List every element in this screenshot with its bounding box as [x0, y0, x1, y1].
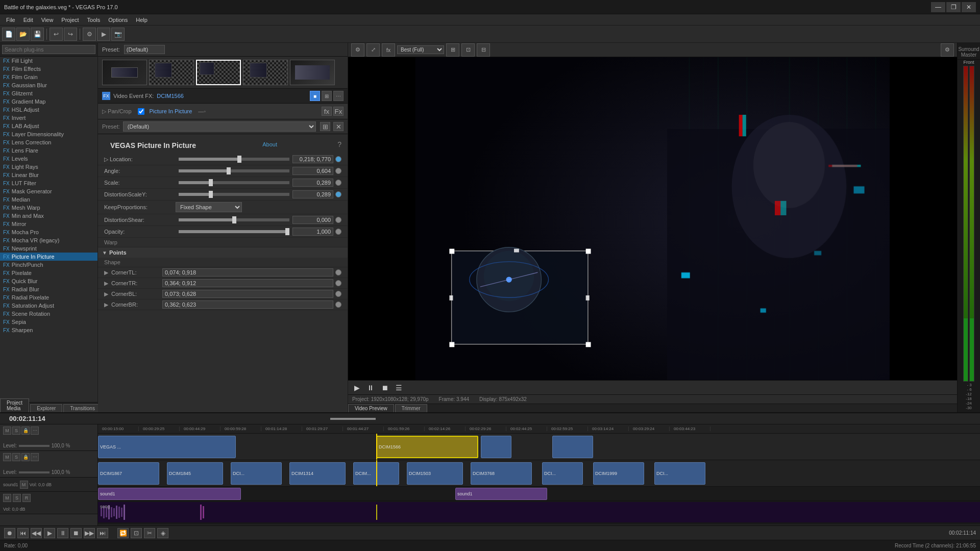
menu-options[interactable]: Options [104, 16, 132, 24]
thumb-5[interactable] [290, 60, 335, 85]
fx-item-lens-flare[interactable]: FXLens Flare [0, 146, 97, 155]
capture-button[interactable]: 📷 [111, 28, 125, 41]
stop-btn[interactable]: ⏹ [379, 383, 390, 393]
bt-cut-btn[interactable]: ✂ [144, 528, 155, 538]
pip-fx-btn[interactable]: fx [322, 107, 332, 116]
clip-dcim1845[interactable]: DCIM1845 [167, 462, 223, 485]
fx-item-sharpen[interactable]: FXSharpen [0, 326, 97, 334]
search-input[interactable] [2, 45, 95, 54]
fx-item-film-effects[interactable]: FXFilm Effects [0, 65, 97, 73]
fx-item-scene-rotation[interactable]: FXScene Rotation [0, 310, 97, 318]
pip-preset-save-btn[interactable]: ✕ [333, 122, 344, 131]
open-button[interactable]: 📂 [16, 28, 30, 41]
bt-play-btn[interactable]: ▶ [44, 528, 55, 538]
pause-btn[interactable]: ⏸ [365, 383, 376, 393]
clip-dci-8[interactable]: DCI... [542, 462, 583, 485]
param-scale-slider[interactable] [179, 181, 289, 184]
bt-loop-btn[interactable]: 🔁 [117, 528, 129, 538]
audio-2-rec[interactable]: R [22, 494, 31, 502]
keepproportions-select[interactable]: Fixed Shape Free Keep Ratio [176, 202, 242, 212]
track-1-level-slider[interactable] [19, 445, 50, 447]
menu-tools[interactable]: Tools [83, 16, 105, 24]
track-1-mute[interactable]: M [3, 427, 11, 435]
close-button[interactable]: ✕ [962, 2, 976, 12]
corner-tr-dot[interactable] [335, 280, 341, 286]
fx-item-mocha-pro[interactable]: FXMocha Pro [0, 228, 97, 236]
fx-item-lab-adjust[interactable]: FXLAB Adjust [0, 122, 97, 130]
clip-dcim1503[interactable]: DCIM1503 [407, 462, 463, 485]
preview-settings-btn[interactable]: ⚙ [351, 43, 364, 57]
param-scale-dot[interactable] [335, 180, 341, 186]
track-1-lock[interactable]: 🔒 [21, 427, 30, 435]
fx-item-layer-dimensionality[interactable]: FXLayer Dimensionality [0, 130, 97, 138]
preview-snap-btn[interactable]: ⊡ [461, 43, 475, 57]
track-1-settings[interactable]: ⋯ [31, 427, 39, 435]
clip-dci-3[interactable]: DCI... [231, 462, 282, 485]
track-2-solo[interactable]: S [12, 453, 20, 461]
clip-dcim1867[interactable]: DCIM1867 [98, 462, 159, 485]
param-distortion-slider[interactable] [179, 193, 289, 196]
audio-clip-sound1-2[interactable]: sound1 [455, 488, 547, 500]
track-2-level-slider[interactable] [19, 471, 50, 473]
param-distortion-dot[interactable] [335, 191, 341, 197]
audio-waveform-song[interactable] [98, 502, 980, 522]
fx-item-lut-filter[interactable]: FXLUT Filter [0, 179, 97, 187]
track-1-solo[interactable]: S [12, 427, 20, 435]
menu-help[interactable]: Help [132, 16, 152, 24]
tab-trimmer[interactable]: Trimmer [395, 404, 427, 412]
settings-button[interactable]: ⚙ [83, 28, 96, 41]
play-btn[interactable]: ▶ [352, 383, 362, 393]
fx-item-light-rays[interactable]: FXLight Rays [0, 163, 97, 171]
clip-misc-2[interactable] [552, 436, 593, 458]
param-opacity-slider[interactable] [179, 230, 289, 233]
pip-fx2-btn[interactable]: Fx [333, 107, 344, 116]
bt-next-btn[interactable]: ▶▶ [84, 528, 95, 538]
audio-1-mute[interactable]: M [20, 481, 28, 489]
thumb-3[interactable] [196, 60, 241, 85]
param-shear-slider[interactable] [179, 218, 289, 221]
preview-fx-btn[interactable]: fx [382, 43, 395, 57]
preview-quality-select[interactable]: Best (Full) Good (Half) Draft (Quarter) [397, 45, 444, 54]
param-opacity-value[interactable] [292, 228, 333, 236]
bt-marker-btn[interactable]: ◈ [157, 528, 168, 538]
fx-item-gradient-map[interactable]: FXGradient Map [0, 97, 97, 106]
param-angle-dot[interactable] [335, 168, 341, 174]
thumb-1[interactable] [102, 60, 147, 85]
thumb-2[interactable] [149, 60, 194, 85]
corner-br-dot[interactable] [335, 302, 341, 308]
fx-item-linear-blur[interactable]: FXLinear Blur [0, 171, 97, 179]
menu-project[interactable]: Project [57, 16, 83, 24]
clip-misc-1[interactable] [481, 436, 511, 458]
fx-item-sepia[interactable]: FXSepia [0, 318, 97, 326]
fx-item-pixelate[interactable]: FXPixelate [0, 269, 97, 277]
bt-back-btn[interactable]: ⏮ [17, 528, 29, 538]
corner-bl-value[interactable] [162, 290, 333, 298]
render-button[interactable]: ▶ [97, 28, 110, 41]
track-2-mute[interactable]: M [3, 453, 11, 461]
fx-item-mesh-warp[interactable]: FXMesh Warp [0, 204, 97, 212]
fx-item-radial-pixelate[interactable]: FXRadial Pixelate [0, 293, 97, 302]
bt-pause-btn[interactable]: ⏸ [57, 528, 68, 538]
param-angle-slider[interactable] [179, 169, 289, 172]
audio-2-mute[interactable]: M [3, 494, 11, 502]
menu-view[interactable]: View [37, 16, 58, 24]
corner-tl-value[interactable] [162, 268, 333, 277]
thumb-4[interactable] [243, 60, 288, 85]
preset-input[interactable] [124, 45, 165, 54]
fx-item-film-grain[interactable]: FXFilm Grain [0, 73, 97, 81]
corner-bl-arrow[interactable]: ▶ [104, 291, 108, 297]
bt-snap-btn[interactable]: ⊡ [131, 528, 142, 538]
clip-dci-10[interactable]: DCI... [654, 462, 705, 485]
clip-dcim1999[interactable]: DCIM1999 [593, 462, 644, 485]
param-location-value[interactable] [292, 155, 333, 163]
pip-preset-load-btn[interactable]: ⊞ [320, 122, 330, 131]
param-location-dot[interactable] [335, 156, 341, 162]
fx-item-pinch/punch[interactable]: FXPinch/Punch [0, 261, 97, 269]
bt-prev-btn[interactable]: ◀◀ [31, 528, 42, 538]
bt-end-btn[interactable]: ⏭ [97, 528, 108, 538]
fx-item-radial-blur[interactable]: FXRadial Blur [0, 285, 97, 293]
corner-br-arrow[interactable]: ▶ [104, 302, 108, 308]
menu-file[interactable]: File [2, 16, 19, 24]
bt-record-btn[interactable]: ⏺ [4, 528, 15, 538]
corner-tl-arrow[interactable]: ▶ [104, 269, 108, 276]
